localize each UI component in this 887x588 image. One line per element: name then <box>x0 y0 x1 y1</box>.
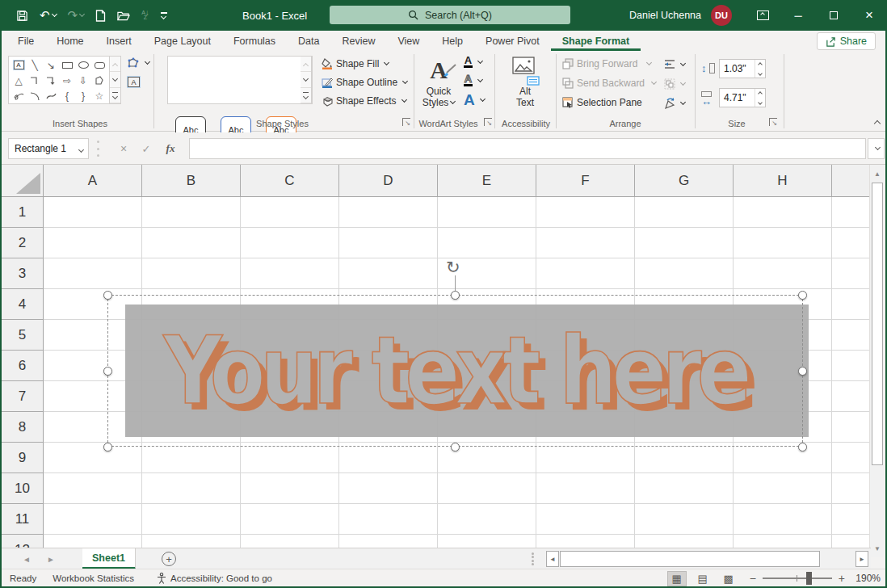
tab-page-layout[interactable]: Page Layout <box>143 31 222 51</box>
name-box[interactable]: Rectangle 1 <box>8 138 89 159</box>
collapse-ribbon-icon[interactable] <box>872 117 880 128</box>
name-box-resize-handle[interactable] <box>97 141 100 157</box>
curve-shape-icon[interactable] <box>43 88 59 103</box>
gallery-more-icon[interactable] <box>110 88 120 103</box>
workbook-statistics-button[interactable]: Workbook Statistics <box>44 569 142 587</box>
save-icon[interactable] <box>16 10 28 22</box>
row-header-10[interactable]: 10 <box>2 473 44 504</box>
row-header-11[interactable]: 11 <box>2 504 44 535</box>
vertical-scrollbar-thumb[interactable] <box>872 183 883 465</box>
rotate-handle-icon[interactable]: ↻ <box>446 258 460 277</box>
minimize-icon[interactable]: ─ <box>780 0 816 31</box>
right-brace-icon[interactable]: } <box>75 88 91 103</box>
sheet-nav-left-icon[interactable]: ◄ <box>23 548 31 569</box>
accessibility-status-button[interactable]: Accessibility: Good to go <box>149 569 280 587</box>
zoom-level[interactable]: 190% <box>851 573 881 584</box>
down-arrow-shape-icon[interactable]: ⇩ <box>75 73 91 88</box>
tabbar-resize-handle[interactable] <box>532 552 535 565</box>
arc-shape-icon[interactable] <box>27 88 43 103</box>
zoom-out-icon[interactable]: − <box>750 572 756 585</box>
gallery-more-icon[interactable] <box>301 88 311 103</box>
freeform-shape-icon[interactable] <box>91 73 107 88</box>
normal-view-icon[interactable]: ▦ <box>667 571 687 586</box>
resize-handle-bottom-right[interactable] <box>798 443 807 452</box>
alt-text-button[interactable]: Alt Text <box>501 57 549 108</box>
quick-styles-button[interactable]: A Quick Styles <box>418 55 459 108</box>
sheet-tab-sheet1[interactable]: Sheet1 <box>82 548 136 569</box>
insert-shapes-gallery[interactable]: A ╲ ↘ △ ⇨ ⇩ { } ☆ <box>8 56 110 104</box>
column-header-e[interactable]: E <box>438 165 536 197</box>
gallery-scroll-down-icon[interactable] <box>301 72 311 87</box>
ribbon-display-options-icon[interactable] <box>745 0 780 31</box>
arrow-shape-icon[interactable]: ↘ <box>43 57 59 73</box>
shape-styles-dialog-launcher-icon[interactable]: ↘ <box>402 118 410 126</box>
row-header-9[interactable]: 9 <box>2 443 44 473</box>
row-header-4[interactable]: 4 <box>2 289 44 320</box>
new-file-icon[interactable] <box>95 10 106 22</box>
triangle-shape-icon[interactable]: △ <box>11 73 27 88</box>
undo-button[interactable]: ↶ <box>40 8 57 23</box>
page-break-preview-icon[interactable]: ▩ <box>719 571 738 586</box>
column-header-h[interactable]: H <box>734 165 832 197</box>
resize-handle-middle-left[interactable] <box>103 367 112 376</box>
text-box-shape-icon[interactable]: A <box>11 57 27 73</box>
column-header-a[interactable]: A <box>44 165 142 197</box>
sheet-nav-right-icon[interactable]: ► <box>47 548 55 569</box>
add-sheet-button[interactable]: + <box>162 552 176 566</box>
tab-shape-format[interactable]: Shape Format <box>551 31 641 51</box>
shape-width-input[interactable]: 4.71" <box>719 88 766 107</box>
row-header-3[interactable]: 3 <box>2 258 44 289</box>
edit-shape-button[interactable] <box>128 57 149 69</box>
elbow-connector-icon[interactable] <box>27 73 43 88</box>
row-header-1[interactable]: 1 <box>2 197 44 228</box>
resize-handle-middle-right[interactable] <box>798 367 807 376</box>
maximize-icon[interactable] <box>816 0 851 31</box>
elbow-arrow-connector-icon[interactable] <box>43 73 59 88</box>
scroll-down-icon[interactable]: ▼ <box>871 541 884 556</box>
tab-view[interactable]: View <box>386 31 431 51</box>
rounded-rectangle-shape-icon[interactable] <box>91 57 107 73</box>
search-input[interactable]: Search (Alt+Q) <box>330 6 570 24</box>
row-header-7[interactable]: 7 <box>2 381 44 412</box>
horizontal-scrollbar-thumb[interactable] <box>560 551 820 567</box>
left-brace-icon[interactable]: { <box>59 88 75 103</box>
tab-formulas[interactable]: Formulas <box>222 31 287 51</box>
scroll-left-icon[interactable]: ◄ <box>546 551 559 567</box>
user-name[interactable]: Daniel Uchenna <box>629 10 701 21</box>
height-spinner[interactable] <box>755 60 765 78</box>
zoom-in-icon[interactable]: + <box>839 572 845 585</box>
rotate-button[interactable] <box>664 98 685 109</box>
tab-file[interactable]: File <box>6 31 45 51</box>
share-button[interactable]: Share <box>817 32 876 50</box>
resize-handle-bottom-center[interactable] <box>451 443 460 452</box>
column-header-f[interactable]: F <box>536 165 635 197</box>
wordart-styles-dialog-launcher-icon[interactable]: ↘ <box>484 118 492 126</box>
formula-bar-expand-icon[interactable] <box>868 138 885 159</box>
tab-help[interactable]: Help <box>431 31 474 51</box>
row-header-6[interactable]: 6 <box>2 351 44 381</box>
row-header-8[interactable]: 8 <box>2 412 44 443</box>
scroll-right-icon[interactable]: ► <box>855 551 868 567</box>
column-header-d[interactable]: D <box>339 165 438 197</box>
tab-home[interactable]: Home <box>45 31 95 51</box>
vertical-scrollbar[interactable]: ▲ ▼ <box>869 165 884 557</box>
column-header-b[interactable]: B <box>142 165 241 197</box>
column-header-partial[interactable] <box>832 165 871 197</box>
align-button[interactable] <box>664 59 685 69</box>
shape-height-input[interactable]: 1.03" <box>719 59 766 78</box>
avatar[interactable]: DU <box>711 5 732 26</box>
line-shape-icon[interactable]: ╲ <box>27 57 43 73</box>
page-layout-view-icon[interactable]: ▤ <box>693 571 713 586</box>
formula-input[interactable] <box>189 138 866 159</box>
tab-insert[interactable]: Insert <box>95 31 143 51</box>
row-header-2[interactable]: 2 <box>2 228 44 258</box>
resize-handle-top-right[interactable] <box>798 291 807 300</box>
scroll-up-icon[interactable]: ▲ <box>871 166 884 181</box>
oval-shape-icon[interactable] <box>75 57 91 73</box>
selection-pane-button[interactable]: Selection Pane <box>562 97 642 108</box>
column-header-c[interactable]: C <box>241 165 339 197</box>
text-fill-button[interactable]: A <box>464 56 482 68</box>
shape-fill-button[interactable]: Shape Fill <box>322 58 389 69</box>
open-folder-icon[interactable] <box>117 10 130 21</box>
tab-review[interactable]: Review <box>330 31 386 51</box>
